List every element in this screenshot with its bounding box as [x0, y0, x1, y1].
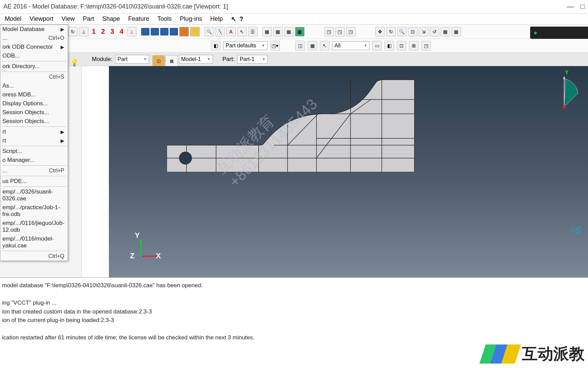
defaults-label: Part defaults	[226, 43, 256, 49]
context-icon-3[interactable]: ◫	[295, 41, 305, 50]
menu-recent-1[interactable]: emp/.../0326/suanli-0326.cae	[0, 187, 68, 203]
cycle-icon[interactable]: ↺	[430, 27, 439, 36]
viewport-triad: Y X Z	[136, 239, 163, 264]
toolbar-orient-icon[interactable]: ↻	[68, 27, 78, 36]
context-icon-4[interactable]: ▦	[308, 41, 317, 50]
query-icon[interactable]: 🔍	[205, 27, 214, 36]
zoom-box-icon[interactable]: ⊡	[408, 27, 418, 36]
context-help-icon[interactable]: ↖?	[228, 14, 250, 24]
context-icon-5[interactable]: ▭	[372, 41, 382, 50]
tree-icon[interactable]: ☰	[248, 27, 258, 36]
context-icon-7[interactable]: ⊡	[397, 41, 406, 50]
menu-load-session[interactable]: Session Objects...	[0, 117, 68, 126]
menu-save-as[interactable]: As...	[0, 81, 68, 90]
pointer-icon[interactable]: ↖	[237, 27, 247, 36]
tool-create-part[interactable]: ◫	[152, 55, 165, 67]
defaults-select[interactable]: Part defaults	[223, 41, 267, 50]
menu-help[interactable]: Help	[207, 14, 226, 24]
file-menu-dropdown: Model Database▶ ...Ctrl+O ork ODB Connec…	[0, 25, 68, 261]
dassault-logo: ∂S	[570, 225, 581, 236]
toolbar-csys-icon[interactable]: ⊥	[79, 27, 88, 36]
menu-compress-mdb[interactable]: oress MDB...	[0, 90, 68, 99]
message-area[interactable]: model database "F:\temp\0326-0410\0326\s…	[0, 277, 588, 346]
view-2[interactable]: 2	[99, 28, 107, 35]
menu-abaqus-pde[interactable]: us PDE...	[0, 177, 68, 186]
menu-viewport[interactable]: Viewport	[26, 14, 57, 24]
view-4[interactable]: 4	[117, 28, 125, 35]
fit-icon[interactable]: ⇲	[419, 27, 428, 36]
status-line: model database "F:\temp\0326-0410\0326\s…	[2, 281, 586, 290]
bulb-icon[interactable]: 💡	[70, 59, 79, 67]
tool-part-manager[interactable]: ▦	[165, 55, 178, 67]
context-icon-8[interactable]: ⊞	[409, 41, 419, 50]
viewport-layout-6[interactable]	[190, 27, 200, 36]
menu-print[interactable]: ...Ctrl+P	[0, 166, 68, 175]
menu-recent-4[interactable]: emp/.../0116/model-yakui.cae	[0, 234, 68, 250]
view-3[interactable]: 3	[108, 28, 116, 35]
context-icon-9[interactable]: ◳	[421, 41, 431, 50]
part-geometry	[167, 73, 419, 172]
menu-display-options[interactable]: Display Options...	[0, 99, 68, 108]
menu-shape[interactable]: Shape	[99, 14, 123, 24]
wireframe-icon[interactable]: ▦	[262, 27, 272, 36]
hint-icons: 💡	[70, 59, 79, 67]
hidden-icon[interactable]: ▦	[273, 27, 283, 36]
toolbar-csys2-icon[interactable]: ⊥	[127, 27, 136, 36]
filter-select[interactable]: All	[332, 41, 370, 50]
viewport-layout-1[interactable]	[141, 28, 149, 35]
title-bar: AE 2016 - Model Database: F:\temp\0326-0…	[0, 0, 588, 14]
menu-recent-3[interactable]: emp/.../0116/jieguo/Job-12.odb	[0, 219, 68, 234]
context-icon-1[interactable]: ◧	[211, 41, 220, 50]
menu-work-directory[interactable]: ork Directory...	[0, 62, 68, 71]
menu-run-script[interactable]: Script...	[0, 147, 68, 156]
menu-model[interactable]: Model	[1, 14, 25, 24]
menu-close-odb[interactable]: ODB...	[0, 51, 68, 60]
zoom-icon[interactable]: 🔍	[397, 27, 407, 36]
part-select[interactable]: Part-1	[237, 55, 268, 64]
grid2-icon[interactable]: ▦	[452, 27, 461, 36]
box-hidden-icon[interactable]: ◳	[335, 27, 345, 36]
menu-new-model-db[interactable]: Model Database▶	[0, 25, 68, 34]
menu-network-odb[interactable]: ork ODB Connector▶	[0, 43, 68, 51]
svg-point-15	[179, 152, 192, 164]
minimize-button[interactable]: —	[567, 3, 574, 11]
status-line: ication restarted after 61 minutes of id…	[2, 333, 586, 342]
shaded-icon[interactable]: ▦	[284, 27, 294, 36]
viewport-layout-3[interactable]	[160, 28, 168, 35]
voice-widget[interactable]: ●	[530, 27, 588, 39]
box-shaded-icon[interactable]: ◳	[346, 27, 356, 36]
rotate-icon[interactable]: ↻	[386, 27, 396, 36]
orientation-triad[interactable]: Y	[557, 70, 581, 115]
menu-recent-2[interactable]: emp/.../practice/Job-1-fre.odb	[0, 203, 68, 219]
model-select[interactable]: Model-1	[179, 55, 213, 64]
pan-icon[interactable]: ✥	[375, 27, 385, 36]
menu-part[interactable]: Part	[79, 14, 97, 24]
menu-save-session[interactable]: Session Objects...	[0, 108, 68, 117]
viewport-layout-5[interactable]	[179, 27, 189, 36]
menu-exit[interactable]: Ctrl+Q	[0, 252, 68, 261]
context-icon-2[interactable]: ◳▾	[270, 41, 280, 50]
annotation-icon[interactable]: A	[226, 27, 236, 36]
brand-text: 互动派教	[522, 343, 585, 365]
menu-plugins[interactable]: Plug-ins	[177, 14, 206, 24]
pointer2-icon[interactable]: ↖	[320, 41, 329, 50]
menu-save[interactable]: Ctrl+S	[0, 73, 68, 81]
shaded-edge-icon[interactable]: ▦	[295, 27, 305, 36]
viewport-layout-4[interactable]	[170, 28, 178, 35]
menu-open[interactable]: ...Ctrl+O	[0, 34, 68, 43]
menu-tools[interactable]: Tools	[154, 14, 175, 24]
menu-view[interactable]: View	[58, 14, 78, 24]
line-tool-icon[interactable]: ╲	[215, 27, 225, 36]
context-icon-6[interactable]: ◧	[385, 41, 394, 50]
menu-import[interactable]: rt▶	[0, 127, 68, 136]
box-wire-icon[interactable]: ◳	[324, 27, 334, 36]
maximize-button[interactable]: □	[581, 3, 585, 11]
menu-export[interactable]: rt▶	[0, 136, 68, 145]
view-1[interactable]: 1	[90, 28, 98, 35]
menu-feature[interactable]: Feature	[125, 14, 153, 24]
viewport-layout-2[interactable]	[151, 28, 159, 35]
grid1-icon[interactable]: ▦	[441, 27, 450, 36]
menu-macro-manager[interactable]: o Manager...	[0, 156, 68, 165]
viewport[interactable]: 互动派教育 +8618311485443 Y X Z Y	[109, 66, 588, 277]
brand-logo-icon	[483, 344, 518, 364]
